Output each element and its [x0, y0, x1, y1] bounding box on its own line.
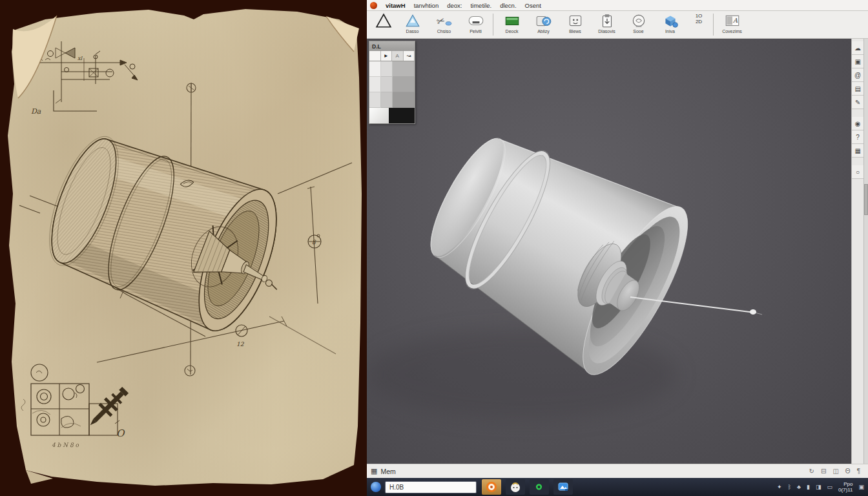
screenshot-root: 8 12	[0, 0, 868, 496]
swatch-black[interactable]	[389, 108, 415, 123]
green-loops-icon	[533, 482, 546, 492]
toolbar-covezims-button[interactable]: A Covezims	[716, 12, 748, 34]
tray-sparkle-icon[interactable]: ✦	[777, 484, 782, 490]
minus-box-icon[interactable]: ⊟	[821, 468, 826, 475]
browser-icon	[486, 481, 497, 493]
menu-item-1[interactable]: tanvhtion	[414, 2, 439, 9]
cad-application-window: vitawH tanvhtion deox: timetile. dlecn. …	[367, 0, 868, 496]
mountain-icon	[404, 13, 421, 28]
swatch[interactable]	[381, 61, 393, 77]
swatch[interactable]	[381, 92, 393, 108]
status-icons: ↻ ⊟ ◫ Θ ¶	[809, 468, 860, 475]
app-name: vitawH	[386, 2, 406, 9]
viewport-3d[interactable]: D.L ► A ↝	[367, 39, 851, 464]
swatch[interactable]	[369, 77, 381, 92]
blue-box-arrow-icon	[535, 13, 552, 28]
toolbar-ablizy-button[interactable]: Ablizy	[528, 12, 559, 34]
taskbar-app-green[interactable]	[530, 479, 549, 495]
tray-volume-icon[interactable]: ◨	[816, 484, 822, 490]
tray-show-desktop-icon[interactable]: ▣	[858, 484, 864, 490]
scrollbar-thumb[interactable]	[864, 184, 868, 215]
menu-item-2[interactable]: deox:	[447, 2, 462, 9]
dims-1o-label: 1O	[696, 13, 703, 19]
toolbar-chsiso-button[interactable]: ✂ Chsiso	[428, 12, 460, 34]
palette-nav-2[interactable]: ►	[381, 51, 393, 61]
tool-dot-icon[interactable]: ○	[852, 165, 863, 179]
palette-title: D.L	[369, 41, 415, 51]
taskbar-app-browser[interactable]	[482, 479, 501, 495]
right-tool-column: ☁ ▣ @ ▤ ✎ ◉ ? ▦ ○	[851, 39, 868, 464]
swatch[interactable]	[393, 92, 415, 108]
green-block-icon	[504, 13, 521, 28]
swatch[interactable]	[393, 61, 415, 77]
swatch-white[interactable]	[369, 108, 389, 123]
stamp-icon	[630, 13, 647, 28]
toolbar-deock-button[interactable]: Deock	[496, 12, 528, 34]
palette-nav-3[interactable]: A	[392, 51, 404, 61]
mini-diagram-bottom: O 4 b N 8 o	[21, 364, 131, 448]
svg-text:O: O	[116, 428, 125, 439]
cylinder-sketch	[33, 122, 309, 347]
theta-icon[interactable]: Θ	[845, 468, 851, 475]
tool-cloud-icon[interactable]: ☁	[852, 41, 863, 55]
svg-text:xl: xl	[78, 56, 83, 61]
swatch[interactable]	[369, 92, 381, 108]
tray-network-icon[interactable]: ♣	[797, 484, 801, 490]
vertical-scrollbar[interactable]	[863, 39, 868, 464]
swatch[interactable]	[369, 61, 381, 77]
pilcrow-icon[interactable]: ¶	[857, 468, 860, 475]
toolbar-triangle-tool[interactable]	[371, 12, 397, 28]
tool-stamp-icon[interactable]: ▤	[852, 82, 863, 96]
title-bar: vitawH tanvhtion deox: timetile. dlecn. …	[367, 0, 868, 11]
blue-cube-icon	[662, 13, 679, 28]
tray-page-icon[interactable]: ▭	[827, 484, 832, 490]
svg-text:4 b N 8 o: 4 b N 8 o	[52, 442, 79, 448]
palette-swatch-grid	[369, 61, 415, 108]
palette-nav: ► A ↝	[369, 51, 415, 61]
menu-item-3[interactable]: timetile.	[470, 2, 491, 9]
tray-battery-icon[interactable]: ▮	[807, 484, 810, 490]
tool-help-icon[interactable]: ?	[852, 130, 863, 144]
split-box-icon[interactable]: ◫	[832, 468, 838, 475]
taskbar-search-input[interactable]: H.0B	[385, 481, 477, 493]
svg-text:12: 12	[236, 341, 245, 347]
tool-box-icon[interactable]: ▦	[852, 144, 863, 158]
color-palette-panel: D.L ► A ↝	[369, 41, 415, 124]
os-taskbar: H.0B	[367, 478, 868, 496]
toolbar-dims-toggle[interactable]: 1O 2D	[686, 12, 712, 25]
parchment-sketch: 8 12	[0, 0, 367, 496]
image-icon: A	[724, 13, 741, 28]
tool-at-icon[interactable]: @	[852, 68, 863, 82]
start-button-icon[interactable]	[371, 482, 381, 492]
taskbar-app-chat[interactable]	[506, 479, 525, 495]
swatch[interactable]	[393, 77, 415, 92]
swatch[interactable]	[381, 77, 393, 92]
dims-2d-label: 2D	[696, 19, 702, 25]
scissors-icon: ✂	[436, 13, 453, 28]
status-label: Mem	[380, 468, 395, 475]
tool-pen-icon[interactable]: ✎	[852, 96, 863, 109]
content-area: D.L ► A ↝	[367, 39, 868, 464]
taskbar-clock[interactable]: Ppo 0(7)11	[838, 481, 853, 493]
window-face-icon	[567, 13, 584, 28]
palette-bw-row	[369, 108, 415, 123]
toolbar-separator	[493, 14, 493, 36]
grid-icon: ▦	[371, 467, 377, 475]
tool-page-icon[interactable]: ▣	[852, 55, 863, 68]
toolbar-blews-button[interactable]: Blews	[559, 12, 591, 34]
toolbar-sooe-button[interactable]: Sooe	[623, 12, 654, 34]
menu-item-4[interactable]: dlecn.	[500, 2, 516, 9]
main-toolbar: Dasso ✂ Chsiso Pelviti	[367, 11, 868, 39]
face-icon	[510, 481, 521, 493]
toolbar-pelviti-button[interactable]: Pelviti	[460, 12, 491, 34]
tray-bluetooth-icon[interactable]: ᛒ	[788, 484, 791, 490]
toolbar-dlasovis-button[interactable]: Dlasovis	[591, 12, 623, 34]
menu-item-5[interactable]: Osent	[525, 2, 541, 9]
refresh-icon[interactable]: ↻	[809, 468, 814, 475]
palette-nav-4[interactable]: ↝	[404, 51, 415, 61]
palette-nav-1[interactable]	[369, 51, 381, 61]
tool-pin-icon[interactable]: ◉	[852, 117, 863, 130]
taskbar-app-photos[interactable]	[553, 479, 573, 495]
toolbar-iniva-button[interactable]: Iniva	[654, 12, 686, 34]
toolbar-dasso-button[interactable]: Dasso	[397, 12, 428, 34]
